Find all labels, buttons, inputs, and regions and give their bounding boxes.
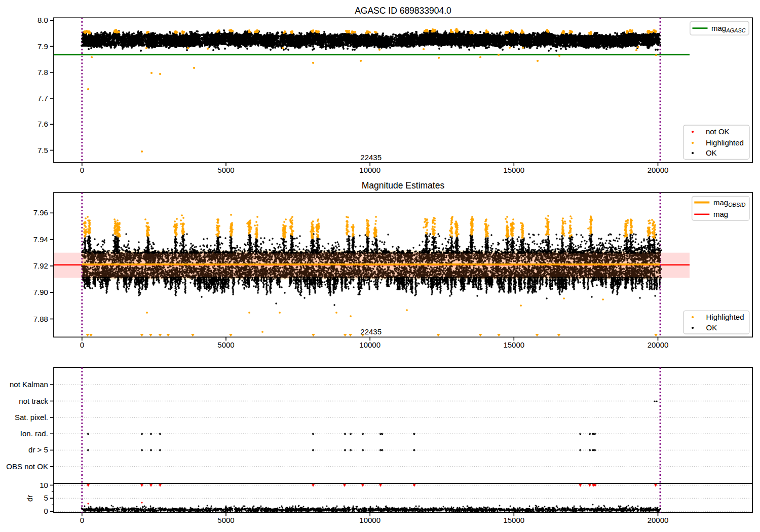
- svg-text:Sat. pixel.: Sat. pixel.: [15, 413, 48, 422]
- svg-text:22435: 22435: [360, 327, 382, 336]
- svg-text:5000: 5000: [217, 340, 234, 349]
- svg-text:7.8: 7.8: [37, 68, 48, 77]
- svg-text:7.9: 7.9: [37, 42, 48, 51]
- svg-text:Highlighted: Highlighted: [706, 313, 744, 321]
- svg-text:15000: 15000: [503, 340, 524, 349]
- svg-text:0: 0: [80, 340, 84, 349]
- svg-text:5000: 5000: [217, 516, 234, 524]
- svg-text:15000: 15000: [503, 516, 524, 524]
- svg-text:not OK: not OK: [706, 127, 730, 136]
- svg-text:OK: OK: [706, 323, 717, 332]
- svg-text:7.92: 7.92: [33, 261, 48, 270]
- svg-text:8.0: 8.0: [37, 16, 48, 24]
- svg-text:22435: 22435: [360, 153, 382, 162]
- svg-text:0: 0: [80, 166, 84, 174]
- svg-text:OK: OK: [706, 148, 717, 157]
- svg-text:not Kalman: not Kalman: [10, 380, 48, 389]
- svg-text:0: 0: [44, 507, 48, 515]
- svg-text:7.88: 7.88: [33, 315, 48, 323]
- svg-text:not track: not track: [19, 397, 48, 405]
- svg-text:Magnitude Estimates: Magnitude Estimates: [362, 180, 445, 191]
- svg-text:10: 10: [40, 481, 48, 489]
- svg-text:OBS not OK: OBS not OK: [6, 462, 48, 471]
- svg-text:10000: 10000: [359, 166, 381, 174]
- svg-text:10000: 10000: [359, 516, 381, 524]
- svg-text:7.7: 7.7: [37, 94, 48, 102]
- svg-text:10000: 10000: [359, 340, 381, 349]
- svg-text:7.94: 7.94: [33, 235, 48, 244]
- svg-text:15000: 15000: [503, 166, 524, 174]
- svg-text:Ion. rad.: Ion. rad.: [20, 429, 48, 438]
- svg-text:mag: mag: [713, 210, 728, 218]
- svg-text:AGASC ID 689833904.0: AGASC ID 689833904.0: [355, 6, 451, 16]
- svg-text:5000: 5000: [217, 166, 234, 174]
- svg-text:7.90: 7.90: [33, 288, 48, 296]
- svg-text:7.5: 7.5: [37, 146, 48, 155]
- svg-text:0: 0: [80, 516, 84, 524]
- svg-text:5: 5: [44, 493, 48, 502]
- svg-text:Highlighted: Highlighted: [706, 138, 744, 147]
- svg-text:20000: 20000: [648, 516, 669, 524]
- svg-text:dr: dr: [25, 495, 34, 502]
- svg-text:7.96: 7.96: [33, 208, 48, 217]
- svg-text:20000: 20000: [648, 340, 669, 349]
- svg-text:20000: 20000: [648, 166, 669, 174]
- svg-text:7.6: 7.6: [37, 120, 48, 128]
- svg-text:dr > 5: dr > 5: [28, 445, 48, 454]
